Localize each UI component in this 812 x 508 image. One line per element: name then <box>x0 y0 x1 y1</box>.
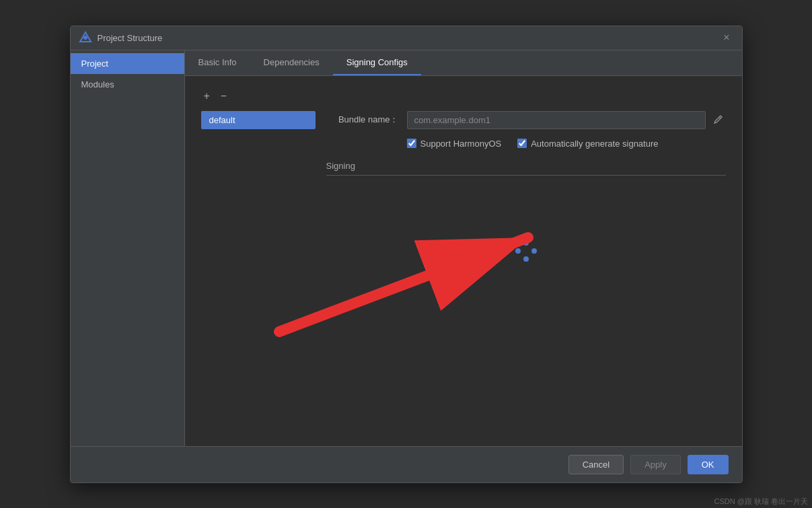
support-harmonyos-checkbox[interactable] <box>407 139 416 148</box>
auto-generate-signature-item: Automatically generate signature <box>517 139 658 149</box>
bundle-name-label: Bundle name： <box>326 114 407 126</box>
tabs-bar: Basic Info Dependencies Signing Configs <box>185 50 742 76</box>
ok-button[interactable]: OK <box>688 455 729 474</box>
bundle-name-wrapper <box>407 111 726 129</box>
bundle-name-row: Bundle name： <box>326 111 726 129</box>
sidebar-item-modules[interactable]: Modules <box>71 74 184 95</box>
auto-generate-signature-label: Automatically generate signature <box>531 139 658 149</box>
dialog-title: Project Structure <box>98 33 720 43</box>
add-button[interactable]: + <box>201 89 213 103</box>
loading-area <box>326 186 726 316</box>
sidebar: Project Modules <box>71 50 185 446</box>
spinner-dot-3 <box>523 256 529 262</box>
support-harmonyos-label: Support HarmonyOS <box>420 139 502 149</box>
content-area: + − default Bundle name： <box>185 76 742 446</box>
signing-section-header: Signing <box>326 161 726 176</box>
spinner-dot-1 <box>523 240 529 246</box>
svg-point-1 <box>83 36 87 40</box>
signing-config-item-default[interactable]: default <box>201 111 316 129</box>
project-structure-dialog: Project Structure × Project Modules Basi… <box>70 26 743 483</box>
title-bar: Project Structure × <box>71 26 742 50</box>
app-logo-icon <box>79 31 92 44</box>
sidebar-item-project[interactable]: Project <box>71 53 184 74</box>
dialog-footer: Cancel Apply OK CSDN @跟 耿瑞 卷出一片天 <box>71 446 742 482</box>
loading-spinner <box>515 240 537 262</box>
bundle-name-input[interactable] <box>407 111 706 129</box>
signing-layout: default Bundle name： <box>201 111 726 316</box>
cancel-button[interactable]: Cancel <box>568 455 624 474</box>
close-button[interactable]: × <box>719 30 733 45</box>
tab-signing-configs[interactable]: Signing Configs <box>333 50 421 75</box>
tab-basic-info[interactable]: Basic Info <box>185 50 250 75</box>
right-panel: Basic Info Dependencies Signing Configs … <box>185 50 742 446</box>
apply-button[interactable]: Apply <box>630 455 681 474</box>
spinner-dot-4 <box>515 248 521 254</box>
signing-toolbar: + − <box>201 89 726 103</box>
remove-button[interactable]: − <box>218 89 229 103</box>
checkboxes-row: Support HarmonyOS Automatically generate… <box>407 139 726 149</box>
tab-dependencies[interactable]: Dependencies <box>250 50 333 75</box>
support-harmonyos-item: Support HarmonyOS <box>407 139 502 149</box>
signing-form: Bundle name： <box>316 111 726 316</box>
edit-icon-button[interactable] <box>711 112 726 129</box>
dialog-body: Project Modules Basic Info Dependencies … <box>71 50 742 446</box>
signing-config-list: default <box>201 111 316 316</box>
auto-generate-signature-checkbox[interactable] <box>517 139 527 148</box>
spinner-dot-2 <box>531 248 537 254</box>
